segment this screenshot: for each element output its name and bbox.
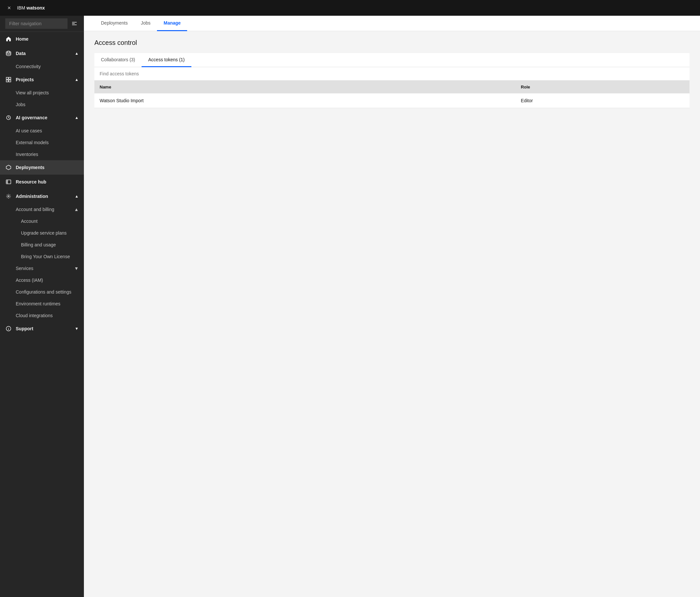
token-role-cell: Editor — [516, 93, 690, 108]
sidebar-item-data[interactable]: Data ▲ — [0, 46, 84, 60]
svg-point-1 — [6, 51, 11, 53]
sidebar-item-external-models[interactable]: External models — [0, 136, 84, 148]
sidebar-item-external-models-label: External models — [16, 140, 49, 145]
sidebar-item-resource-hub-label: Resource hub — [16, 179, 46, 184]
table-row: Watson Studio Import Editor — [94, 93, 690, 108]
sidebar-item-services[interactable]: Services ▼ — [0, 263, 84, 274]
sidebar-item-administration-label: Administration — [16, 194, 48, 199]
sidebar-item-bring-your-own-license-label: Bring Your Own License — [21, 254, 70, 259]
sidebar-item-services-label: Services — [16, 266, 74, 271]
svg-rect-2 — [6, 77, 8, 79]
svg-rect-5 — [9, 80, 11, 82]
sidebar-item-configurations-and-settings[interactable]: Configurations and settings — [0, 286, 84, 298]
sidebar-item-billing-and-usage[interactable]: Billing and usage — [0, 239, 84, 251]
sidebar-item-administration[interactable]: Administration ▲ — [0, 189, 84, 203]
svg-rect-4 — [6, 80, 8, 82]
services-chevron-icon: ▼ — [74, 266, 79, 271]
sidebar-filter-bar — [0, 16, 84, 32]
tab-manage[interactable]: Manage — [157, 16, 187, 31]
app-title: IBM watsonx — [17, 5, 45, 10]
sidebar-item-account[interactable]: Account — [0, 215, 84, 227]
sidebar-item-connectivity-label: Connectivity — [16, 64, 41, 69]
sidebar: Home Data ▲ Connectivity Projects ▲ View… — [0, 16, 84, 597]
sidebar-item-jobs-label: Jobs — [16, 102, 26, 107]
filter-navigation-input[interactable] — [5, 18, 68, 29]
sidebar-item-ai-use-cases-label: AI use cases — [16, 128, 42, 133]
sidebar-item-cloud-integrations-label: Cloud integrations — [16, 313, 53, 318]
svg-point-0 — [7, 51, 9, 53]
sidebar-item-configurations-and-settings-label: Configurations and settings — [16, 289, 71, 295]
column-header-name: Name — [94, 81, 516, 93]
sidebar-item-home[interactable]: Home — [0, 32, 84, 46]
main-layout: Home Data ▲ Connectivity Projects ▲ View… — [0, 16, 700, 597]
support-chevron-icon: ▼ — [75, 326, 79, 331]
sidebar-item-view-all-projects[interactable]: View all projects — [0, 87, 84, 99]
token-name-cell: Watson Studio Import — [94, 93, 516, 108]
inner-tabs: Collaborators (3) Access tokens (1) — [94, 53, 690, 67]
ai-governance-chevron-icon: ▲ — [75, 115, 79, 120]
search-bar — [94, 67, 690, 81]
content-area: Deployments Jobs Manage Access control C… — [84, 16, 700, 597]
administration-icon — [5, 193, 12, 200]
data-icon — [5, 50, 12, 57]
sidebar-item-inventories-label: Inventories — [16, 152, 38, 157]
svg-rect-7 — [6, 180, 11, 184]
page-tabs: Deployments Jobs Manage — [84, 16, 700, 31]
administration-chevron-icon: ▲ — [75, 194, 79, 199]
sidebar-item-deployments[interactable]: Deployments — [0, 160, 84, 175]
sidebar-item-bring-your-own-license[interactable]: Bring Your Own License — [0, 251, 84, 263]
support-icon — [5, 325, 12, 332]
sidebar-item-account-and-billing-label: Account and billing — [16, 207, 74, 212]
ai-governance-icon — [5, 114, 12, 121]
tab-deployments[interactable]: Deployments — [94, 16, 134, 31]
sidebar-item-projects[interactable]: Projects ▲ — [0, 72, 84, 87]
sidebar-item-billing-and-usage-label: Billing and usage — [21, 242, 56, 247]
sidebar-item-data-label: Data — [16, 51, 26, 56]
access-tokens-table: Name Role Watson Studio Import Editor — [94, 81, 690, 108]
close-button[interactable] — [5, 4, 13, 12]
svg-point-8 — [8, 196, 9, 197]
content-body: Access control Collaborators (3) Access … — [84, 31, 700, 597]
inner-tab-access-tokens[interactable]: Access tokens (1) — [142, 53, 191, 67]
sidebar-item-support-label: Support — [16, 326, 33, 331]
home-icon — [5, 36, 12, 42]
sidebar-item-deployments-label: Deployments — [16, 165, 45, 170]
top-header: IBM watsonx — [0, 0, 700, 16]
sidebar-item-environment-runtimes[interactable]: Environment runtimes — [0, 298, 84, 309]
page-title: Access control — [94, 39, 690, 47]
sidebar-item-ai-governance[interactable]: AI governance ▲ — [0, 110, 84, 125]
sidebar-item-account-and-billing[interactable]: Account and billing ▲ — [0, 203, 84, 215]
sidebar-item-home-label: Home — [16, 36, 28, 42]
sidebar-item-ai-use-cases[interactable]: AI use cases — [0, 125, 84, 136]
sidebar-item-jobs[interactable]: Jobs — [0, 99, 84, 110]
deployments-icon — [5, 164, 12, 171]
sidebar-item-resource-hub[interactable]: Resource hub — [0, 175, 84, 189]
sidebar-item-access-iam[interactable]: Access (IAM) — [0, 274, 84, 286]
sidebar-item-ai-governance-label: AI governance — [16, 115, 47, 120]
sidebar-item-cloud-integrations[interactable]: Cloud integrations — [0, 309, 84, 321]
collapse-sidebar-button[interactable] — [70, 19, 79, 28]
projects-chevron-icon: ▲ — [75, 77, 79, 82]
sidebar-item-upgrade-service-plans-label: Upgrade service plans — [21, 230, 67, 235]
projects-icon — [5, 76, 12, 83]
sidebar-item-upgrade-service-plans[interactable]: Upgrade service plans — [0, 227, 84, 239]
sidebar-item-projects-label: Projects — [16, 77, 34, 82]
data-chevron-icon: ▲ — [75, 51, 79, 56]
inner-tab-collaborators[interactable]: Collaborators (3) — [94, 53, 142, 67]
column-header-role: Role — [516, 81, 690, 93]
svg-rect-3 — [9, 77, 11, 79]
tab-jobs[interactable]: Jobs — [134, 16, 157, 31]
resource-hub-icon — [5, 179, 12, 185]
sidebar-item-environment-runtimes-label: Environment runtimes — [16, 301, 60, 306]
sidebar-item-support[interactable]: Support ▼ — [0, 321, 84, 336]
account-and-billing-chevron-icon: ▲ — [74, 207, 79, 212]
search-access-tokens-input[interactable] — [100, 71, 684, 76]
sidebar-item-connectivity[interactable]: Connectivity — [0, 60, 84, 72]
sidebar-item-account-label: Account — [21, 219, 38, 224]
sidebar-item-access-iam-label: Access (IAM) — [16, 277, 43, 283]
sidebar-item-view-all-projects-label: View all projects — [16, 90, 49, 95]
sidebar-item-inventories[interactable]: Inventories — [0, 148, 84, 160]
access-control-table-container: Collaborators (3) Access tokens (1) Name… — [94, 53, 690, 108]
